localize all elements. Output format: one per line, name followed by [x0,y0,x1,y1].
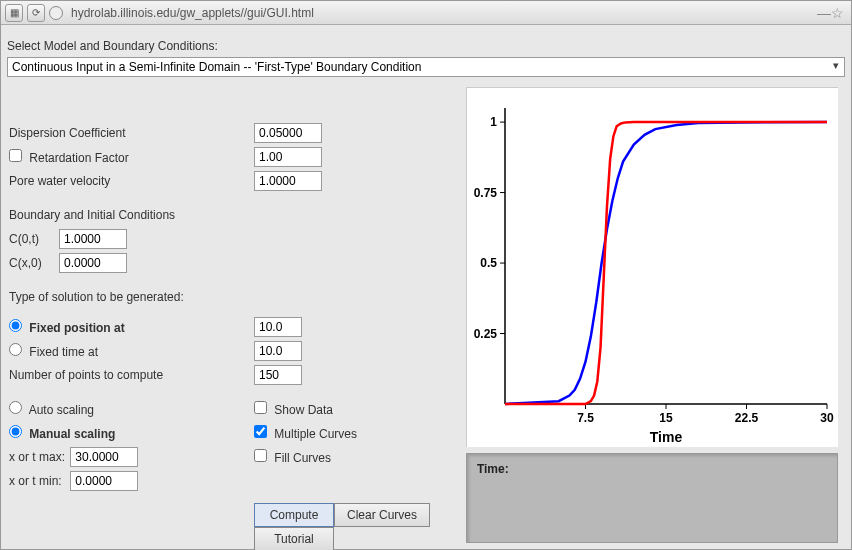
multiple-curves-label: Multiple Curves [274,427,357,441]
fill-curves-checkbox[interactable] [254,449,267,462]
retardation-checkbox[interactable] [9,149,22,162]
cx0-input[interactable] [59,253,127,273]
xmin-label: x or t min: [9,474,67,488]
dash-icon: — [817,5,827,21]
globe-icon [49,6,63,20]
c0t-input[interactable] [59,229,127,249]
svg-text:15: 15 [659,411,673,425]
url-text[interactable]: hydrolab.illinois.edu/gw_applets//gui/GU… [67,6,813,20]
browser-address-bar: ▦ ⟳ hydrolab.illinois.edu/gw_applets//gu… [1,1,851,25]
dispersion-input[interactable] [254,123,322,143]
dispersion-label: Dispersion Coefficient [9,126,254,140]
retardation-input[interactable] [254,147,322,167]
bookmark-star-icon[interactable]: ☆ [831,5,847,21]
solution-heading: Type of solution to be generated: [9,290,184,304]
xmax-input[interactable] [70,447,138,467]
status-pane: Time: [466,453,838,543]
fill-curves-label: Fill Curves [274,451,331,465]
fixed-time-input[interactable] [254,341,302,361]
npoints-input[interactable] [254,365,302,385]
fixed-time-radio[interactable] [9,343,22,356]
svg-text:0.5: 0.5 [480,256,497,270]
status-time-label: Time: [477,462,509,476]
show-data-checkbox[interactable] [254,401,267,414]
svg-text:0.75: 0.75 [474,186,498,200]
fixed-position-label: Fixed position at [29,321,124,335]
auto-scaling-label: Auto scaling [29,403,94,417]
auto-scaling-radio[interactable] [9,401,22,414]
retardation-label: Retardation Factor [29,151,128,165]
tutorial-button[interactable]: Tutorial [254,527,334,550]
model-select[interactable]: Continuous Input in a Semi-Infinite Doma… [7,57,845,77]
compute-button[interactable]: Compute [254,503,334,527]
manual-scaling-radio[interactable] [9,425,22,438]
npoints-label: Number of points to compute [9,368,254,382]
c0t-label: C(0,t) [9,232,59,246]
svg-text:22.5: 22.5 [735,411,759,425]
xmin-input[interactable] [70,471,138,491]
clear-curves-button[interactable]: Clear Curves [334,503,430,527]
multiple-curves-checkbox[interactable] [254,425,267,438]
velocity-input[interactable] [254,171,322,191]
svg-text:30: 30 [820,411,834,425]
model-label: Select Model and Boundary Conditions: [7,39,845,53]
velocity-label: Pore water velocity [9,174,254,188]
fixed-position-input[interactable] [254,317,302,337]
svg-text:7.5: 7.5 [577,411,594,425]
bc-heading: Boundary and Initial Conditions [9,208,175,222]
reload-button[interactable]: ⟳ [27,4,45,22]
svg-text:0.25: 0.25 [474,327,498,341]
app-menu-icon[interactable]: ▦ [5,4,23,22]
show-data-label: Show Data [274,403,333,417]
svg-text:1: 1 [490,115,497,129]
svg-text:Time: Time [650,429,683,445]
chart-area: 0.250.50.7517.51522.530Time [466,87,838,447]
retardation-row: Retardation Factor [9,149,254,165]
cx0-label: C(x,0) [9,256,59,270]
fixed-time-label: Fixed time at [29,345,98,359]
xmax-label: x or t max: [9,450,67,464]
manual-scaling-label: Manual scaling [29,427,115,441]
fixed-position-radio[interactable] [9,319,22,332]
